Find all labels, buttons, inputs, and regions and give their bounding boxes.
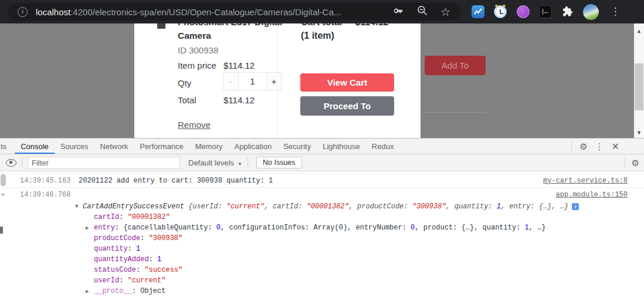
object-property-row: productCode: "300938" bbox=[0, 233, 644, 244]
log-token: : bbox=[149, 255, 157, 264]
live-expression-eye-icon[interactable] bbox=[6, 159, 16, 167]
log-token: : bbox=[140, 234, 148, 242]
extensions-puzzle-icon[interactable] bbox=[561, 5, 574, 18]
devtools-close-icon[interactable]: ✕ bbox=[612, 142, 619, 151]
item-price-label: Item price bbox=[178, 60, 216, 70]
qty-decrease-button[interactable]: - bbox=[223, 73, 238, 90]
add-to-cart-button-dimmed[interactable]: Add To bbox=[425, 56, 486, 75]
zoom-out-icon[interactable] bbox=[416, 5, 428, 19]
product-thumbnail-partial bbox=[157, 23, 165, 29]
log-token: quantity bbox=[94, 245, 128, 253]
product-id: ID 300938 bbox=[178, 45, 218, 55]
log-source-link[interactable]: my-cart.service.ts:8 bbox=[543, 177, 628, 185]
object-property-row[interactable]: ▶entry: {cancellableQuantity: 0, configu… bbox=[0, 222, 644, 233]
console-left-scrollbar-thumb[interactable] bbox=[1, 174, 6, 186]
object-property-row: quantity: 1 bbox=[0, 244, 644, 254]
console-settings-gear-icon[interactable]: ⚙ bbox=[632, 158, 639, 167]
cart-total-heading: Cart total$114.12 (1 item) bbox=[301, 23, 388, 42]
left-gutter-artifact bbox=[1, 194, 5, 195]
log-token: : bbox=[119, 213, 127, 221]
devtools-tab-memory[interactable]: Memory bbox=[189, 139, 229, 154]
chart-extension-icon[interactable] bbox=[472, 5, 484, 18]
log-token: : bbox=[128, 245, 136, 253]
devtools-tab-redux[interactable]: Redux bbox=[366, 139, 400, 154]
log-token: userId bbox=[94, 276, 119, 285]
devtools-tab-application[interactable]: Application bbox=[229, 139, 278, 154]
qty-value[interactable]: 1 bbox=[238, 73, 267, 90]
console-message: 14:39:46.768app.module.ts:150▼CartAddEnt… bbox=[0, 187, 644, 296]
address-bar[interactable]: i localhost:4200/electronics-spa/en/USD/… bbox=[8, 3, 460, 21]
log-token: : bbox=[132, 287, 140, 295]
log-token: 0 bbox=[216, 224, 221, 232]
object-property-row: cartId: "00001382" bbox=[0, 212, 644, 222]
devtools-panel: tsConsoleSourcesNetworkPerformanceMemory… bbox=[0, 138, 644, 297]
log-token: Object bbox=[140, 287, 165, 295]
log-token: 20201122 add entry to cart: 300938 quant… bbox=[79, 177, 273, 185]
expand-caret-icon[interactable]: ▶ bbox=[86, 288, 94, 295]
devtools-tab-lighthouse[interactable]: Lighthouse bbox=[317, 139, 366, 154]
scrollbar-thumb[interactable] bbox=[635, 63, 643, 110]
log-token: , entry: {…}, …} bbox=[501, 203, 568, 211]
log-token: , cartId: bbox=[265, 203, 307, 211]
devtools-kebab-menu-icon[interactable]: ⋮ bbox=[595, 142, 604, 151]
view-cart-button[interactable]: View Cart bbox=[300, 73, 394, 92]
page-scrollbar[interactable]: ▲ ▼ bbox=[634, 23, 644, 138]
log-levels-dropdown[interactable]: Default levels▼ bbox=[188, 158, 242, 167]
scroll-up-arrow[interactable]: ▲ bbox=[634, 28, 644, 34]
log-token: : {cancellableQuantity: bbox=[115, 224, 216, 232]
log-token: 1 bbox=[136, 245, 140, 253]
log-token: 1 bbox=[497, 203, 501, 211]
log-token: , product: {…}, quantity: bbox=[415, 224, 524, 232]
log-token: "current" bbox=[128, 276, 166, 285]
object-property-row: userId: "current" bbox=[0, 275, 644, 286]
augury-extension-icon[interactable] bbox=[517, 5, 530, 18]
redux-devtools-extension-icon[interactable]: |← bbox=[539, 5, 552, 18]
log-token: , configurationInfos: Array(0), entryNum… bbox=[221, 224, 411, 232]
devtools-tab-network[interactable]: Network bbox=[94, 139, 134, 154]
scroll-down-arrow[interactable]: ▼ bbox=[634, 130, 644, 136]
qty-increase-button[interactable]: + bbox=[267, 73, 281, 90]
log-token: "300938" bbox=[412, 203, 446, 211]
object-property-row: quantityAdded: 1 bbox=[0, 254, 644, 265]
browser-menu-icon[interactable]: ⋮ bbox=[610, 5, 621, 18]
no-issues-button[interactable]: No Issues bbox=[256, 157, 302, 168]
log-token: , …} bbox=[529, 224, 546, 232]
qty-label: Qty bbox=[178, 78, 191, 88]
log-token: , quantity: bbox=[446, 203, 496, 211]
toolbar-divider bbox=[625, 158, 625, 167]
devtools-tab-console[interactable]: Console bbox=[15, 139, 55, 154]
page-divider bbox=[422, 112, 488, 113]
devtools-tab-security[interactable]: Security bbox=[277, 139, 317, 154]
expand-caret-icon[interactable]: ▶ bbox=[86, 225, 94, 231]
object-property-row: statusCode: "success" bbox=[0, 265, 644, 275]
log-token: entry bbox=[94, 224, 115, 232]
object-preview[interactable]: ▼CartAddEntrySuccessEvent {userId: "curr… bbox=[0, 201, 644, 212]
expand-caret-icon[interactable]: ▼ bbox=[75, 204, 83, 210]
alarm-clock-extension-icon[interactable] bbox=[494, 5, 507, 18]
quantity-stepper: - 1 + bbox=[223, 72, 282, 90]
profile-avatar[interactable] bbox=[583, 4, 599, 20]
devtools-tab-ts[interactable]: ts bbox=[0, 139, 15, 154]
log-source-link[interactable]: app.module.ts:150 bbox=[556, 191, 628, 199]
log-token: quantityAdded bbox=[94, 255, 149, 264]
devtools-tab-sources[interactable]: Sources bbox=[55, 139, 94, 154]
log-token: 0 bbox=[411, 224, 415, 232]
item-price-value: $114.12 bbox=[223, 60, 255, 70]
log-timestamp: 14:39:46.768 bbox=[20, 191, 79, 199]
password-key-icon[interactable] bbox=[392, 5, 404, 19]
tabbar-divider bbox=[571, 141, 572, 151]
log-token: : bbox=[136, 266, 144, 274]
object-property-row[interactable]: ▶__proto__: Object bbox=[0, 286, 644, 296]
url-text: localhost:4200/electronics-spa/en/USD/Op… bbox=[36, 7, 341, 17]
log-token: "success" bbox=[144, 266, 182, 274]
log-token: statusCode bbox=[94, 266, 136, 274]
proceed-to-checkout-button[interactable]: Proceed To bbox=[300, 96, 394, 116]
log-token: : bbox=[119, 276, 127, 285]
page-info-icon[interactable]: i bbox=[18, 7, 28, 17]
console-filter-input[interactable] bbox=[28, 157, 180, 169]
devtools-tab-performance[interactable]: Performance bbox=[134, 139, 189, 154]
console-log-area: 14:39:45.16320201122 add entry to cart: … bbox=[0, 171, 644, 297]
bookmark-star-icon[interactable]: ☆ bbox=[440, 6, 450, 18]
remove-link[interactable]: Remove bbox=[178, 120, 211, 130]
devtools-settings-gear-icon[interactable]: ⚙ bbox=[579, 142, 587, 151]
